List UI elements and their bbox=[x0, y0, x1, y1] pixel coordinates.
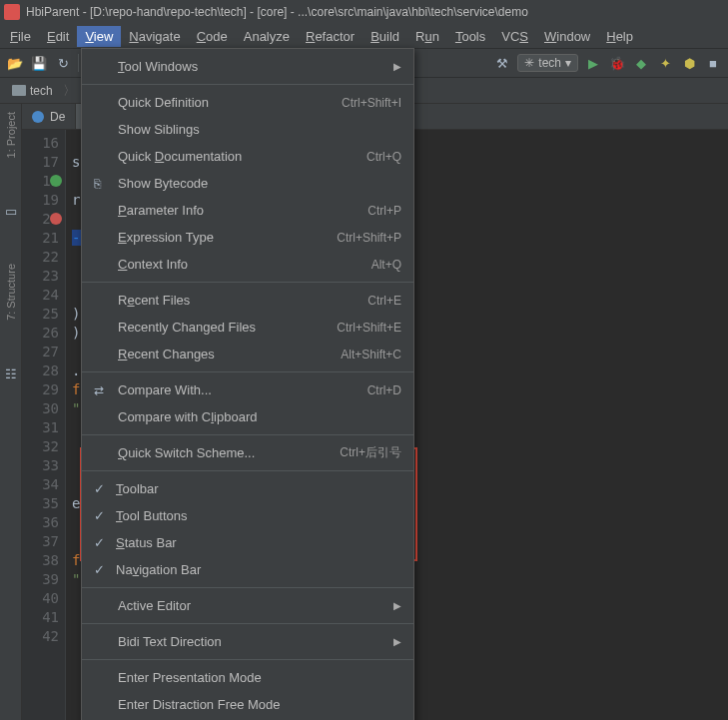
line-number: 18 bbox=[22, 172, 59, 191]
shortcut-label: Ctrl+E bbox=[367, 294, 401, 308]
menu-run[interactable]: Run bbox=[407, 26, 447, 47]
menu-separator bbox=[82, 434, 413, 435]
menu-item-compare-with-clipboard[interactable]: Compare with Clipboard bbox=[82, 403, 413, 430]
error-marker-icon[interactable] bbox=[50, 213, 62, 225]
menu-edit[interactable]: Edit bbox=[39, 26, 77, 47]
stop-icon[interactable]: ■ bbox=[704, 54, 722, 72]
menu-item-active-editor[interactable]: Active Editor▶ bbox=[82, 592, 413, 619]
menu-build[interactable]: Build bbox=[363, 26, 407, 47]
profile-icon[interactable]: ✦ bbox=[656, 54, 674, 72]
line-number: 36 bbox=[22, 513, 59, 532]
editor-gutter: 1617181920212223242526272829303132333435… bbox=[22, 130, 66, 720]
menu-item-label: Parameter Info bbox=[118, 203, 367, 218]
menu-window[interactable]: Window bbox=[536, 26, 598, 47]
menu-item-toolbar[interactable]: ✓Toolbar bbox=[82, 475, 413, 502]
run-config-selector[interactable]: ✳ tech ▾ bbox=[517, 54, 578, 72]
menu-vcs[interactable]: VCS bbox=[493, 26, 536, 47]
menu-item-label: Expression Type bbox=[118, 230, 337, 245]
menu-view[interactable]: View bbox=[77, 26, 121, 47]
run-config-label: tech bbox=[538, 56, 561, 70]
check-icon: ✓ bbox=[94, 481, 108, 496]
menu-separator bbox=[82, 659, 413, 660]
line-number: 16 bbox=[22, 134, 59, 153]
menu-item-expression-type[interactable]: Expression TypeCtrl+Shift+P bbox=[82, 224, 413, 251]
breadcrumb-tech[interactable]: tech bbox=[6, 82, 59, 100]
structure-icon[interactable]: ☷ bbox=[2, 364, 20, 382]
menu-item-recent-changes[interactable]: Recent ChangesAlt+Shift+C bbox=[82, 341, 413, 367]
menu-item-status-bar[interactable]: ✓Status Bar bbox=[82, 529, 413, 556]
menu-item-show-siblings[interactable]: Show Siblings bbox=[82, 116, 413, 143]
menu-item-label: Recent Files bbox=[118, 293, 367, 308]
shortcut-label: Ctrl+D bbox=[367, 383, 401, 397]
menu-item-enter-distraction-free-mode[interactable]: Enter Distraction Free Mode bbox=[82, 691, 413, 718]
menu-item-navigation-bar[interactable]: ✓Navigation Bar bbox=[82, 556, 413, 583]
menu-help[interactable]: Help bbox=[598, 26, 641, 47]
editor-tab[interactable]: De bbox=[22, 104, 76, 129]
app-icon bbox=[4, 4, 20, 20]
tab-label: De bbox=[50, 110, 65, 124]
line-number: 24 bbox=[22, 286, 59, 305]
project-toolwindow-tab[interactable]: 1: Project bbox=[3, 108, 19, 162]
open-icon[interactable]: 📂 bbox=[6, 54, 24, 72]
menu-item-label: Context Info bbox=[118, 257, 371, 272]
run-icon[interactable]: ▶ bbox=[584, 54, 602, 72]
project-icon[interactable]: ▭ bbox=[2, 202, 20, 220]
menu-item-bidi-text-direction[interactable]: Bidi Text Direction▶ bbox=[82, 628, 413, 655]
menu-item-context-info[interactable]: Context InfoAlt+Q bbox=[82, 251, 413, 278]
menu-item-tool-buttons[interactable]: ✓Tool Buttons bbox=[82, 502, 413, 529]
menu-separator bbox=[82, 470, 413, 471]
menu-item-quick-documentation[interactable]: Quick DocumentationCtrl+Q bbox=[82, 143, 413, 170]
menu-item-recently-changed-files[interactable]: Recently Changed FilesCtrl+Shift+E bbox=[82, 314, 413, 341]
submenu-arrow-icon: ▶ bbox=[393, 61, 401, 72]
check-icon: ✓ bbox=[94, 535, 108, 550]
shortcut-label: Ctrl+Shift+E bbox=[337, 321, 401, 335]
menu-file[interactable]: File bbox=[2, 26, 39, 47]
debug-icon[interactable]: 🐞 bbox=[608, 54, 626, 72]
menu-item-recent-files[interactable]: Recent FilesCtrl+E bbox=[82, 287, 413, 314]
line-number: 21 bbox=[22, 229, 59, 248]
shortcut-label: Alt+Shift+C bbox=[341, 348, 401, 361]
menu-navigate[interactable]: Navigate bbox=[121, 26, 188, 47]
menu-item-label: Recently Changed Files bbox=[118, 320, 337, 335]
menu-item-compare-with[interactable]: ⇄Compare With...Ctrl+D bbox=[82, 376, 413, 403]
menu-item-label: Show Siblings bbox=[118, 122, 401, 137]
menu-item-label: Tool Windows bbox=[118, 59, 385, 74]
structure-toolwindow-tab[interactable]: 7: Structure bbox=[3, 260, 19, 325]
shortcut-label: Ctrl+P bbox=[367, 204, 401, 218]
line-number: 42 bbox=[22, 627, 59, 646]
menu-tools[interactable]: Tools bbox=[447, 26, 493, 47]
title-text: HbiParent - [D:\repo-hand\repo-tech\tech… bbox=[26, 5, 528, 19]
line-number: 32 bbox=[22, 437, 59, 456]
menu-item-quick-switch-scheme[interactable]: Quick Switch Scheme...Ctrl+后引号 bbox=[82, 439, 413, 466]
refresh-icon[interactable]: ↻ bbox=[54, 54, 72, 72]
menu-item-label: Navigation Bar bbox=[116, 562, 401, 577]
hammer-icon[interactable]: ⚒ bbox=[493, 54, 511, 72]
menu-code[interactable]: Code bbox=[189, 26, 236, 47]
menu-item-label: Compare with Clipboard bbox=[118, 409, 401, 424]
menu-item-label: Enter Distraction Free Mode bbox=[118, 697, 401, 712]
menu-item-tool-windows[interactable]: Tool Windows▶ bbox=[82, 53, 413, 80]
menu-item-parameter-info[interactable]: Parameter InfoCtrl+P bbox=[82, 197, 413, 224]
menu-refactor[interactable]: Refactor bbox=[298, 26, 363, 47]
check-icon: ✓ bbox=[94, 508, 108, 523]
bytecode-icon: ⎘ bbox=[94, 177, 112, 191]
menu-item-label: Quick Definition bbox=[118, 95, 342, 110]
menubar: FileEditViewNavigateCodeAnalyzeRefactorB… bbox=[0, 24, 728, 48]
submenu-arrow-icon: ▶ bbox=[393, 636, 401, 647]
line-number: 17 bbox=[22, 153, 59, 172]
shortcut-label: Ctrl+Shift+I bbox=[342, 96, 401, 110]
menu-separator bbox=[82, 84, 413, 85]
menu-separator bbox=[82, 371, 413, 372]
line-number: 26 bbox=[22, 324, 59, 343]
coverage-icon[interactable]: ◆ bbox=[632, 54, 650, 72]
menu-item-show-bytecode[interactable]: ⎘Show Bytecode bbox=[82, 170, 413, 197]
menu-item-label: Quick Documentation bbox=[118, 149, 366, 164]
menu-item-quick-definition[interactable]: Quick DefinitionCtrl+Shift+I bbox=[82, 89, 413, 116]
line-number: 40 bbox=[22, 589, 59, 608]
menu-item-enter-presentation-mode[interactable]: Enter Presentation Mode bbox=[82, 664, 413, 691]
menu-analyze[interactable]: Analyze bbox=[236, 26, 298, 47]
save-all-icon[interactable]: 💾 bbox=[30, 54, 48, 72]
attach-icon[interactable]: ⬢ bbox=[680, 54, 698, 72]
run-marker-icon[interactable] bbox=[50, 175, 62, 187]
menu-item-label: Status Bar bbox=[116, 535, 401, 550]
